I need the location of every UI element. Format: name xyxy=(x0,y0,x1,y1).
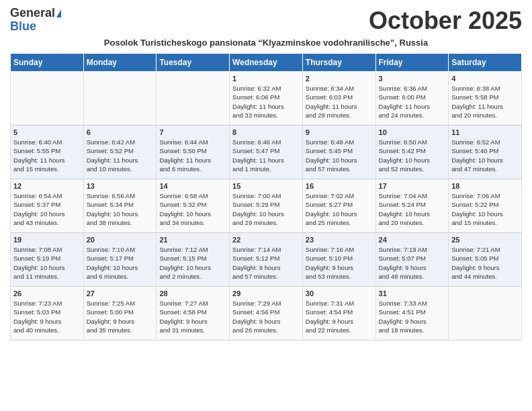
logo: General Blue xyxy=(10,7,61,32)
day-number: 24 xyxy=(379,236,446,244)
cell-content: Sunrise: 7:10 AMSunset: 5:17 PMDaylight:… xyxy=(87,245,154,281)
calendar-cell: 6Sunrise: 6:42 AMSunset: 5:52 PMDaylight… xyxy=(83,126,157,179)
col-monday: Monday xyxy=(83,54,157,72)
calendar-cell: 31Sunrise: 7:33 AMSunset: 4:51 PMDayligh… xyxy=(375,287,449,340)
cell-content: Sunrise: 6:46 AMSunset: 5:47 PMDaylight:… xyxy=(232,138,300,173)
calendar-cell: 29Sunrise: 7:29 AMSunset: 4:56 PMDayligh… xyxy=(230,287,303,340)
calendar-week-row: 5Sunrise: 6:40 AMSunset: 5:55 PMDaylight… xyxy=(11,126,522,179)
col-sunday: Sunday xyxy=(11,54,84,72)
day-number: 17 xyxy=(379,182,446,190)
cell-content: Sunrise: 7:06 AMSunset: 5:22 PMDaylight:… xyxy=(451,191,519,227)
calendar-cell: 2Sunrise: 6:34 AMSunset: 6:03 PMDaylight… xyxy=(302,72,375,126)
calendar-week-row: 1Sunrise: 6:32 AMSunset: 6:06 PMDaylight… xyxy=(11,72,522,126)
cell-content: Sunrise: 7:23 AMSunset: 5:03 PMDaylight:… xyxy=(13,299,81,334)
day-number: 4 xyxy=(451,75,519,83)
day-number: 25 xyxy=(451,236,519,244)
col-saturday: Saturday xyxy=(449,54,522,72)
calendar-cell: 25Sunrise: 7:21 AMSunset: 5:05 PMDayligh… xyxy=(449,233,522,287)
calendar-cell: 4Sunrise: 6:38 AMSunset: 5:58 PMDaylight… xyxy=(449,72,522,126)
calendar-table: Sunday Monday Tuesday Wednesday Thursday… xyxy=(10,53,522,340)
cell-content: Sunrise: 6:58 AMSunset: 5:32 PMDaylight:… xyxy=(159,191,226,227)
page-header: General Blue October 2025 xyxy=(10,7,522,35)
calendar-cell: 18Sunrise: 7:06 AMSunset: 5:22 PMDayligh… xyxy=(449,179,522,233)
day-number: 2 xyxy=(306,75,373,83)
day-number: 19 xyxy=(13,236,81,244)
logo-general-text: General xyxy=(10,7,55,20)
day-number: 22 xyxy=(232,236,300,244)
calendar-cell: 1Sunrise: 6:32 AMSunset: 6:06 PMDaylight… xyxy=(230,72,303,126)
day-number: 5 xyxy=(13,128,81,136)
cell-content: Sunrise: 6:40 AMSunset: 5:55 PMDaylight:… xyxy=(13,138,81,173)
cell-content: Sunrise: 6:54 AMSunset: 5:37 PMDaylight:… xyxy=(13,191,81,227)
calendar-cell: 22Sunrise: 7:14 AMSunset: 5:12 PMDayligh… xyxy=(230,233,303,287)
calendar-cell: 5Sunrise: 6:40 AMSunset: 5:55 PMDaylight… xyxy=(11,126,84,179)
day-number: 23 xyxy=(306,236,373,244)
cell-content: Sunrise: 7:14 AMSunset: 5:12 PMDaylight:… xyxy=(232,245,300,281)
calendar-cell: 27Sunrise: 7:25 AMSunset: 5:00 PMDayligh… xyxy=(83,287,157,340)
col-wednesday: Wednesday xyxy=(230,54,303,72)
cell-content: Sunrise: 6:42 AMSunset: 5:52 PMDaylight:… xyxy=(87,138,154,173)
day-number: 16 xyxy=(306,182,373,190)
cell-content: Sunrise: 6:36 AMSunset: 6:00 PMDaylight:… xyxy=(379,84,446,120)
calendar-cell: 28Sunrise: 7:27 AMSunset: 4:58 PMDayligh… xyxy=(157,287,230,340)
calendar-cell: 13Sunrise: 6:56 AMSunset: 5:34 PMDayligh… xyxy=(83,179,157,233)
calendar-week-row: 19Sunrise: 7:08 AMSunset: 5:19 PMDayligh… xyxy=(11,233,522,287)
cell-content: Sunrise: 7:19 AMSunset: 5:07 PMDaylight:… xyxy=(379,245,446,281)
calendar-cell: 3Sunrise: 6:36 AMSunset: 6:00 PMDaylight… xyxy=(375,72,449,126)
calendar-cell: 30Sunrise: 7:31 AMSunset: 4:54 PMDayligh… xyxy=(302,287,375,340)
cell-content: Sunrise: 6:56 AMSunset: 5:34 PMDaylight:… xyxy=(87,191,154,227)
calendar-cell: 26Sunrise: 7:23 AMSunset: 5:03 PMDayligh… xyxy=(11,287,84,340)
calendar-cell: 9Sunrise: 6:48 AMSunset: 5:45 PMDaylight… xyxy=(302,126,375,179)
cell-content: Sunrise: 6:44 AMSunset: 5:50 PMDaylight:… xyxy=(159,138,226,173)
cell-content: Sunrise: 7:08 AMSunset: 5:19 PMDaylight:… xyxy=(13,245,81,281)
day-number: 9 xyxy=(306,128,373,136)
day-number: 28 xyxy=(159,289,226,298)
day-number: 29 xyxy=(232,289,300,298)
cell-content: Sunrise: 6:50 AMSunset: 5:42 PMDaylight:… xyxy=(379,138,446,173)
calendar-cell: 11Sunrise: 6:52 AMSunset: 5:40 PMDayligh… xyxy=(449,126,522,179)
cell-content: Sunrise: 7:27 AMSunset: 4:58 PMDaylight:… xyxy=(159,299,226,334)
day-number: 30 xyxy=(306,289,373,298)
header-row: Sunday Monday Tuesday Wednesday Thursday… xyxy=(11,54,522,72)
calendar-cell: 10Sunrise: 6:50 AMSunset: 5:42 PMDayligh… xyxy=(375,126,449,179)
logo-blue-text: Blue xyxy=(10,20,36,32)
calendar-header: Sunday Monday Tuesday Wednesday Thursday… xyxy=(11,54,522,72)
day-number: 14 xyxy=(159,182,226,190)
cell-content: Sunrise: 7:16 AMSunset: 5:10 PMDaylight:… xyxy=(306,245,373,281)
calendar-body: 1Sunrise: 6:32 AMSunset: 6:06 PMDaylight… xyxy=(11,72,522,340)
day-number: 10 xyxy=(379,128,446,136)
calendar-cell: 17Sunrise: 7:04 AMSunset: 5:24 PMDayligh… xyxy=(375,179,449,233)
calendar-cell xyxy=(83,72,157,126)
cell-content: Sunrise: 6:38 AMSunset: 5:58 PMDaylight:… xyxy=(451,84,519,120)
cell-content: Sunrise: 7:04 AMSunset: 5:24 PMDaylight:… xyxy=(379,191,446,227)
day-number: 13 xyxy=(87,182,154,190)
cell-content: Sunrise: 7:33 AMSunset: 4:51 PMDaylight:… xyxy=(379,299,446,334)
day-number: 7 xyxy=(159,128,226,136)
cell-content: Sunrise: 7:25 AMSunset: 5:00 PMDaylight:… xyxy=(87,299,154,334)
calendar-cell: 21Sunrise: 7:12 AMSunset: 5:15 PMDayligh… xyxy=(157,233,230,287)
day-number: 11 xyxy=(451,128,519,136)
calendar-cell: 19Sunrise: 7:08 AMSunset: 5:19 PMDayligh… xyxy=(11,233,84,287)
day-number: 18 xyxy=(451,182,519,190)
cell-content: Sunrise: 7:29 AMSunset: 4:56 PMDaylight:… xyxy=(232,299,300,334)
day-number: 12 xyxy=(13,182,81,190)
calendar-cell: 23Sunrise: 7:16 AMSunset: 5:10 PMDayligh… xyxy=(302,233,375,287)
cell-content: Sunrise: 6:48 AMSunset: 5:45 PMDaylight:… xyxy=(306,138,373,173)
day-number: 21 xyxy=(159,236,226,244)
calendar-cell xyxy=(157,72,230,126)
cell-content: Sunrise: 6:32 AMSunset: 6:06 PMDaylight:… xyxy=(232,84,300,120)
day-number: 27 xyxy=(87,289,154,298)
cell-content: Sunrise: 6:52 AMSunset: 5:40 PMDaylight:… xyxy=(451,138,519,173)
cell-content: Sunrise: 7:02 AMSunset: 5:27 PMDaylight:… xyxy=(306,191,373,227)
logo-icon xyxy=(56,9,61,17)
calendar-cell: 8Sunrise: 6:46 AMSunset: 5:47 PMDaylight… xyxy=(230,126,303,179)
day-number: 26 xyxy=(13,289,81,298)
day-number: 3 xyxy=(379,75,446,83)
day-number: 31 xyxy=(379,289,446,298)
calendar-cell: 20Sunrise: 7:10 AMSunset: 5:17 PMDayligh… xyxy=(83,233,157,287)
calendar-week-row: 12Sunrise: 6:54 AMSunset: 5:37 PMDayligh… xyxy=(11,179,522,233)
day-number: 20 xyxy=(87,236,154,244)
calendar-cell: 16Sunrise: 7:02 AMSunset: 5:27 PMDayligh… xyxy=(302,179,375,233)
calendar-cell xyxy=(449,287,522,340)
cell-content: Sunrise: 7:31 AMSunset: 4:54 PMDaylight:… xyxy=(306,299,373,334)
